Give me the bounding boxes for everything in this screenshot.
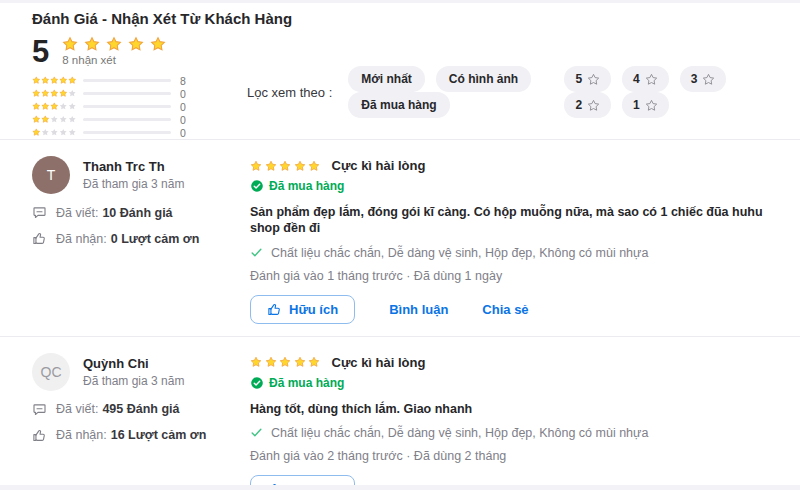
star-outline-icon — [645, 99, 658, 112]
avatar[interactable]: QC — [32, 353, 70, 391]
star-outline-icon — [587, 99, 600, 112]
histogram-stars — [32, 115, 80, 124]
average-rating: 5 — [32, 36, 49, 67]
review-item: QC Quỳnh Chi Đã tham gia 3 năm Đã viết: … — [0, 336, 800, 490]
histogram-row: 0 — [32, 126, 247, 139]
star-icon — [279, 160, 291, 172]
star-icon — [279, 356, 291, 368]
star-icon — [68, 76, 77, 85]
histogram-stars — [32, 102, 80, 111]
written-label: Đã viết: — [56, 206, 98, 220]
star-icon — [41, 102, 50, 111]
check-icon — [250, 426, 263, 439]
star-icon — [41, 128, 50, 137]
star-icon — [59, 89, 68, 98]
histogram-row: 8 — [32, 74, 247, 87]
star-filter-pill[interactable]: 1 — [622, 92, 669, 118]
filter-pill[interactable]: Đã mua hàng — [348, 92, 449, 118]
received-label: Đã nhận: — [56, 428, 107, 442]
received-value: 0 Lượt cảm ơn — [111, 232, 200, 246]
star-filter-pill[interactable]: 4 — [622, 66, 669, 92]
star-icon — [50, 76, 59, 85]
review-meta: Đánh giá vào 2 tháng trước · Đã dùng 2 t… — [250, 449, 768, 463]
purchased-badge: Đã mua hàng — [250, 179, 768, 193]
star-icon — [41, 76, 50, 85]
received-label: Đã nhận: — [56, 232, 107, 246]
review-count: 8 nhận xét — [62, 54, 172, 66]
page-title: Đánh Giá - Nhận Xét Từ Khách Hàng — [32, 10, 768, 27]
rating-count: 0 — [180, 114, 186, 126]
histogram-stars — [32, 89, 80, 98]
comment-link[interactable]: Bình luận — [389, 302, 448, 317]
star-icon — [250, 160, 262, 172]
top-divider — [0, 0, 800, 3]
star-icon — [50, 115, 59, 124]
rating-bar — [83, 131, 171, 134]
review-content: Sản phẩm đẹp lắm, đóng gói kĩ càng. Có h… — [250, 204, 768, 237]
reviewer-panel: T Thanh Trc Th Đã tham gia 3 năm Đã viết… — [32, 156, 250, 324]
reviewer-name[interactable]: Thanh Trc Th — [83, 159, 184, 174]
star-icon — [265, 356, 277, 368]
reviewer-name[interactable]: Quỳnh Chi — [83, 356, 184, 371]
filter-pills: Mới nhấtCó hình ảnhĐã mua hàng — [348, 66, 564, 118]
rating-histogram: 80000 — [32, 74, 247, 139]
helpful-button[interactable]: Hữu ích — [250, 295, 355, 324]
star-icon — [32, 128, 41, 137]
star-icon — [59, 115, 68, 124]
reviewer-written-stat: Đã viết: 495 Đánh giá — [32, 402, 250, 417]
written-label: Đã viết: — [56, 402, 98, 416]
filter-bar: Lọc xem theo : Mới nhấtCó hình ảnhĐã mua… — [247, 66, 768, 118]
review-rating-stars — [250, 160, 323, 172]
purchased-badge: Đã mua hàng — [250, 376, 768, 390]
written-value: 495 Đánh giá — [102, 402, 179, 416]
star-icon — [32, 102, 41, 111]
star-icon — [32, 115, 41, 124]
star-icon — [50, 128, 59, 137]
review-rating-title: Cực kì hài lòng — [332, 355, 426, 370]
histogram-stars — [32, 76, 80, 85]
star-outline-icon — [702, 73, 715, 86]
check-circle-icon — [250, 179, 264, 193]
star-icon — [294, 160, 306, 172]
star-icon — [128, 36, 144, 52]
review-attributes: Chất liệu chắc chắn, Dễ dàng vệ sinh, Hộ… — [250, 246, 768, 260]
review-item: T Thanh Trc Th Đã tham gia 3 năm Đã viết… — [0, 139, 800, 336]
reviewer-joined: Đã tham gia 3 năm — [83, 374, 184, 388]
star-icon — [59, 128, 68, 137]
reviewer-joined: Đã tham gia 3 năm — [83, 177, 184, 191]
review-content: Hàng tốt, dùng thích lắm. Giao nhanh — [250, 401, 768, 417]
share-link[interactable]: Chia sẻ — [482, 302, 528, 317]
star-icon — [68, 102, 77, 111]
average-rating-stars — [62, 36, 172, 52]
review-actions: Hữu ích Bình luận Chia sẻ — [250, 295, 768, 324]
filter-label: Lọc xem theo : — [247, 85, 332, 100]
rating-bar — [83, 79, 171, 82]
star-icon — [68, 128, 77, 137]
check-circle-icon — [250, 376, 264, 390]
star-icon — [84, 36, 100, 52]
rating-bar — [83, 105, 171, 108]
rating-bar — [83, 118, 171, 121]
filter-pill[interactable]: Có hình ảnh — [436, 66, 531, 92]
star-icon — [50, 89, 59, 98]
star-icon — [68, 89, 77, 98]
comment-icon — [32, 205, 47, 220]
written-value: 10 Đánh giá — [102, 206, 172, 220]
star-icon — [59, 102, 68, 111]
star-filter-pills: 54321 — [564, 66, 768, 118]
star-icon — [106, 36, 122, 52]
filter-pill[interactable]: Mới nhất — [348, 66, 425, 92]
review-rating-stars — [250, 356, 323, 368]
check-icon — [250, 246, 263, 259]
star-filter-pill[interactable]: 2 — [564, 92, 611, 118]
star-icon — [59, 76, 68, 85]
star-icon — [308, 356, 320, 368]
star-outline-icon — [587, 73, 600, 86]
histogram-row: 0 — [32, 100, 247, 113]
star-filter-pill[interactable]: 3 — [680, 66, 727, 92]
star-filter-pill[interactable]: 5 — [564, 66, 611, 92]
star-icon — [250, 356, 262, 368]
thumb-up-icon — [32, 428, 47, 443]
rating-count: 0 — [180, 88, 186, 100]
avatar[interactable]: T — [32, 156, 70, 194]
